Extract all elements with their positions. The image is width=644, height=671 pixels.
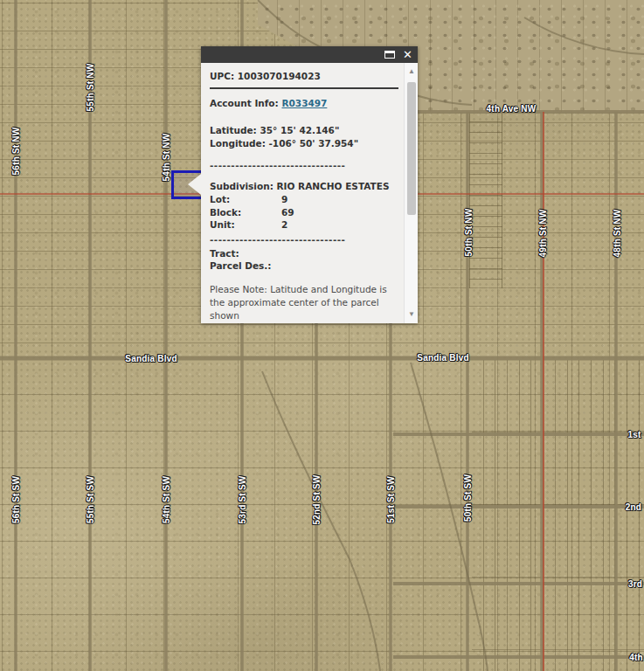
block-row: Block:69 (210, 206, 398, 219)
parcel-info-popup: ✕ UPC: 1003070194023 Account Info: R0334… (201, 46, 418, 323)
street-label: 49th St NW (538, 210, 548, 258)
street-label: 55th St NW (86, 64, 95, 112)
account-info-label: Account Info: (210, 98, 281, 108)
street-label: Sandia Blvd (125, 354, 177, 363)
popup-note: Please Note: Latitude and Longitude is t… (210, 283, 398, 322)
dashed-separator: -------------------------------- (210, 233, 398, 246)
subdivision-value: RIO RANCHO ESTATES (277, 181, 390, 191)
scroll-down-icon[interactable]: ▼ (405, 308, 419, 322)
street-label: 53rd St SW (238, 476, 247, 524)
street-label: 4th (629, 653, 643, 662)
street-label: 48th St NW (613, 210, 622, 258)
street-label: 54th St SW (162, 476, 171, 523)
popup-scrollbar[interactable]: ▲ ▼ (404, 63, 418, 323)
street-label: 56th St NW (11, 128, 21, 176)
subdivision-label: Subdivision: (210, 181, 277, 191)
map-canvas[interactable]: 56th St NW55th St NW54th St NW50th St NW… (0, 0, 644, 671)
close-icon[interactable]: ✕ (403, 46, 412, 63)
unit-label: Unit: (210, 218, 281, 232)
street-label: 52nd St SW (312, 474, 322, 524)
account-info-link[interactable]: R033497 (281, 98, 327, 108)
street-label: 1st (627, 430, 641, 439)
street-label: 3rd (628, 579, 642, 589)
lot-row: Lot:9 (210, 193, 398, 206)
narrow-lot-strips (472, 360, 644, 671)
unit-value: 2 (281, 219, 287, 230)
block-value: 69 (281, 207, 294, 218)
street-label: 55th St SW (86, 476, 95, 523)
tract-row: Tract: (210, 247, 398, 260)
account-info-line: Account Info: R033497 (210, 97, 398, 110)
unit-row: Unit:2 (210, 218, 398, 232)
upc-line: UPC: 1003070194023 (210, 70, 398, 83)
street-label: 50th St SW (463, 474, 473, 522)
street-label: Sandia Blvd (417, 353, 468, 363)
street-label: 50th St NW (464, 209, 474, 257)
lot-value: 9 (281, 194, 287, 204)
scrollbar-thumb[interactable] (407, 82, 416, 215)
lot-label: Lot: (210, 193, 281, 206)
popup-titlebar: ✕ (201, 46, 418, 63)
parcel-des-row: Parcel Des.: (210, 259, 398, 273)
street-label: 56th St SW (11, 476, 21, 523)
street-label: 2nd (626, 502, 641, 512)
maximize-icon[interactable] (384, 51, 395, 59)
street-label: 51st St SW (386, 476, 396, 523)
popup-callout-pointer (188, 174, 201, 195)
scroll-up-icon[interactable]: ▲ (405, 65, 419, 79)
block-label: Block: (210, 206, 281, 219)
street-label: 54th St NW (162, 134, 171, 182)
dashed-separator: -------------------------------- (210, 159, 398, 171)
street-label: 4th Ave NW (487, 104, 537, 114)
divider-rule (210, 87, 398, 89)
latitude-line: Latitude: 35° 15' 42.146" (210, 124, 398, 137)
longitude-line: Longitude: -106° 50' 37.954" (210, 137, 398, 150)
popup-content: UPC: 1003070194023 Account Info: R033497… (201, 63, 418, 323)
subdivision-line: Subdivision: RIO RANCHO ESTATES (210, 180, 398, 193)
small-lot-strip (469, 112, 502, 288)
